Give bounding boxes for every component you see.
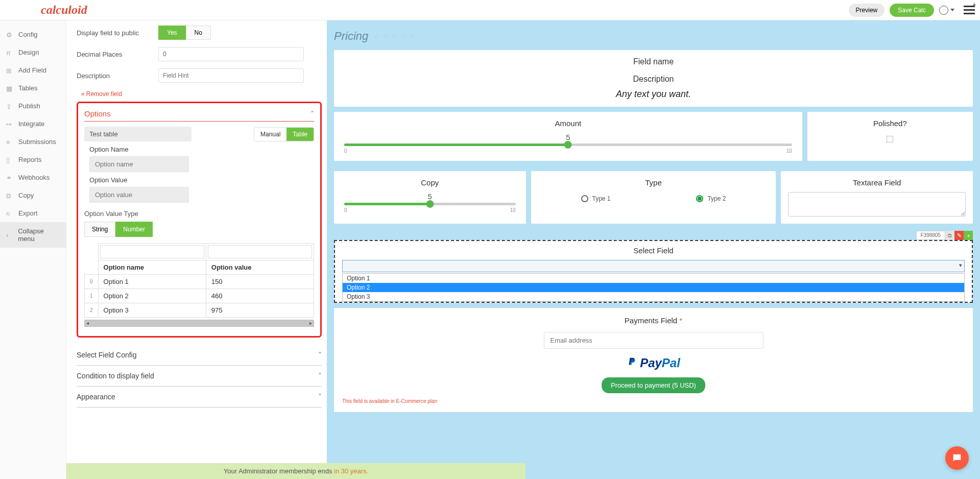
sidebar-item-export[interactable]: ⎋Export [0,204,66,222]
chat-button[interactable] [945,446,969,470]
type2-radio[interactable]: Type 2 [696,195,726,202]
sidebar-item-label: Integrate [18,120,44,128]
sidebar-item-design[interactable]: πDesign [0,43,66,61]
amount-value: 5 [344,133,792,141]
publish-icon: ⇪ [6,103,13,110]
slider-thumb[interactable] [564,141,572,149]
dropdown-option[interactable]: Option 2 [343,283,964,292]
sidebar-item-integrate[interactable]: ↦Integrate [0,115,66,133]
rating-stars[interactable]: ☆ ☆ ☆ ☆ ☆ [373,33,416,40]
sidebar: ⚙Config πDesign ⊞Add Field ▦Tables ⇪Publ… [0,20,66,479]
payments-card: Payments Field * PayPal Proceed to payme… [334,308,973,412]
value-type-toggle: String Number [84,222,314,237]
sidebar-item-label: Publish [18,102,40,110]
logo: calculoid [41,3,87,17]
table-row[interactable]: 1Option 2460 [85,289,314,303]
sidebar-item-add-field[interactable]: ⊞Add Field [0,61,66,79]
user-menu[interactable] [939,6,954,15]
field-name-card: Field name Description Any text you want… [334,50,973,107]
any-text-label: Any text you want. [341,89,966,100]
option-name-input[interactable] [89,156,189,172]
chevron-down-icon: ˅ [318,351,322,359]
user-icon [939,6,948,15]
display-field-label: Display field to public [77,29,158,37]
chevron-up-icon[interactable]: ˄ [310,110,314,118]
select-dropdown[interactable]: ▾ [342,260,965,272]
amount-slider[interactable] [344,143,792,146]
sidebar-item-label: Export [18,209,38,217]
table-row[interactable]: 2Option 3975 [85,303,314,318]
dropdown-option[interactable]: Option 3 [343,292,964,301]
filter-name-input[interactable] [100,245,204,258]
mode-manual-button[interactable]: Manual [254,128,286,141]
sidebar-item-label: Submissions [18,138,56,146]
sidebar-item-publish[interactable]: ⇪Publish [0,97,66,115]
sidebar-item-config[interactable]: ⚙Config [0,26,66,43]
copy-icon: ⧉ [6,192,13,199]
sidebar-item-tables[interactable]: ▦Tables [0,79,66,97]
proceed-payment-button[interactable]: Proceed to payment (5 USD) [602,377,705,393]
horizontal-scrollbar[interactable]: ◂▸ [84,320,314,327]
sidebar-item-copy[interactable]: ⧉Copy [0,186,66,204]
options-title: Options [84,109,111,118]
sidebar-item-label: Copy [18,191,34,199]
preview-button[interactable]: Preview [849,4,885,17]
payments-title: Payments Field * [342,316,965,325]
option-value-input[interactable] [89,187,189,203]
dropdown-option[interactable]: Option 1 [343,274,964,283]
integrate-icon: ↦ [6,121,13,128]
mode-table-button[interactable]: Table [286,128,314,141]
collapse-menu-button[interactable]: ‹Collapse menu [0,222,66,248]
description-input[interactable] [158,68,304,83]
description-heading: Description [341,75,966,84]
value-type-number-button[interactable]: Number [115,222,153,237]
chevron-left-icon: ‹ [6,231,13,238]
chart-icon: ▯ [6,156,13,163]
dropdown-icon: ▾ [959,262,962,269]
display-no-button[interactable]: No [186,26,211,40]
list-icon: ≡ [6,138,13,146]
sidebar-item-webhooks[interactable]: ⚭Webhooks [0,169,66,186]
duplicate-button[interactable]: ⧉ [945,231,954,240]
condition-display-section[interactable]: Condition to display field˅ [77,366,322,387]
copy-slider[interactable] [344,203,516,205]
paypal-logo: PayPal [342,356,965,370]
options-table: Option nameOption value 0Option 1150 1Op… [84,243,314,318]
appearance-section[interactable]: Appearance˅ [77,387,322,408]
edit-button[interactable]: ✎ [954,231,964,240]
select-field-config-section[interactable]: Select Field Config˅ [77,345,322,366]
gear-icon: ⚙ [6,31,13,38]
option-value-type-label: Option Value Type [84,210,314,218]
topbar: calculoid Preview Save Calc [0,0,980,20]
save-calc-button[interactable]: Save Calc [890,4,934,17]
type-card: Type Type 1 Type 2 [531,171,776,224]
type1-radio[interactable]: Type 1 [581,195,611,202]
sidebar-item-label: Config [18,31,38,38]
table-row[interactable]: 0Option 1150 [85,275,314,289]
field-config-panel: Display field to public Yes No Decimal P… [66,20,327,479]
filter-value-input[interactable] [208,245,312,258]
plus-icon: ⊞ [6,67,13,74]
polished-checkbox[interactable] [887,136,893,142]
type-title: Type [538,178,769,187]
sidebar-item-reports[interactable]: ▯Reports [0,151,66,169]
remove-field-link[interactable]: Remove field [81,90,122,98]
scroll-up-indicator: ▲ [972,1,977,7]
email-input[interactable] [544,332,763,349]
sidebar-item-label: Webhooks [18,174,50,181]
add-button[interactable]: ＋ [964,231,973,240]
chevron-down-icon: ˅ [318,372,322,380]
option-name-label: Option Name [89,146,314,153]
value-type-string-button[interactable]: String [84,222,115,237]
options-section: Options ˄ Test table Manual Table Option… [77,102,322,338]
textarea-input[interactable] [788,192,966,217]
table-name-input[interactable]: Test table [84,127,192,141]
sidebar-item-submissions[interactable]: ≡Submissions [0,133,66,151]
decimal-places-input[interactable] [158,47,304,61]
polished-title: Polished? [815,119,966,128]
decimal-places-label: Decimal Places [77,51,158,58]
calculator-title: Pricing [334,30,368,43]
main-menu-button[interactable] [964,6,975,14]
display-yes-button[interactable]: Yes [158,26,186,40]
slider-thumb[interactable] [426,200,434,208]
